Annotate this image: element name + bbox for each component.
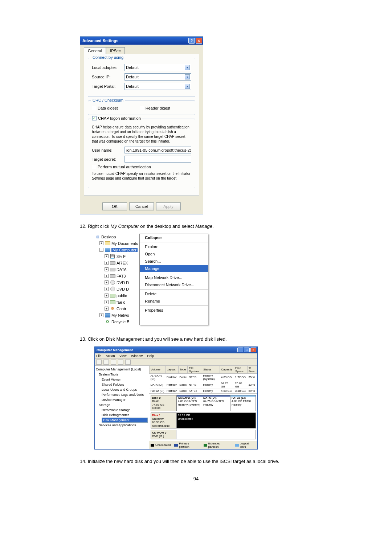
- expand-icon[interactable]: +: [105, 294, 109, 297]
- toolbar-button[interactable]: [96, 360, 102, 365]
- toolbar-button[interactable]: [103, 360, 109, 365]
- tree-node[interactable]: Event Viewer: [102, 377, 148, 382]
- col-volume[interactable]: Volume: [150, 366, 166, 373]
- col-status[interactable]: Status: [202, 366, 220, 373]
- tree-node[interactable]: Shared Folders: [102, 382, 148, 387]
- cdrom-row[interactable]: CD-ROM 0DVD (G:): [151, 430, 256, 439]
- menu-file[interactable]: File: [96, 354, 102, 358]
- expand-icon[interactable]: +: [99, 241, 103, 245]
- tree-node[interactable]: System Tools: [99, 372, 148, 377]
- tree-node[interactable]: Recycle B: [111, 320, 130, 324]
- network-places-icon: [105, 313, 110, 317]
- table-row[interactable]: AI7EXP2 (C:)PartitionBasicNTFSHealthy (S…: [150, 373, 257, 381]
- expand-icon[interactable]: +: [105, 267, 109, 271]
- minimize-icon[interactable]: _: [237, 348, 243, 352]
- expand-icon[interactable]: +: [105, 261, 109, 265]
- local-adapter-select[interactable]: Default ▾: [124, 64, 191, 71]
- tree-node[interactable]: AI7EX: [117, 261, 128, 265]
- target-portal-select[interactable]: Default ▾: [124, 83, 191, 90]
- tree-node[interactable]: Removable Storage: [102, 407, 148, 413]
- menu-item-collapse[interactable]: Collapse: [140, 234, 208, 241]
- header-digest-checkbox[interactable]: [140, 106, 144, 110]
- tree-node[interactable]: DATA: [117, 267, 127, 272]
- ok-button[interactable]: OK: [102, 202, 127, 210]
- toolbar-button[interactable]: [125, 360, 131, 365]
- tree-node-selected[interactable]: My Computer: [111, 248, 138, 252]
- chap-logon-checkbox[interactable]: ✓: [92, 116, 97, 120]
- menu-item-properties[interactable]: Properties: [140, 307, 208, 314]
- col-free[interactable]: Free Space: [234, 366, 248, 373]
- menu-item-manage[interactable]: Manage: [140, 265, 208, 272]
- menu-item-rename[interactable]: Rename: [140, 297, 208, 305]
- window-titlebar[interactable]: Computer Management _ □ ×: [95, 347, 257, 353]
- help-icon[interactable]: ?: [188, 38, 195, 44]
- tree-node[interactable]: Contr: [117, 307, 126, 311]
- apply-button[interactable]: Apply: [156, 202, 181, 210]
- expand-icon[interactable]: +: [105, 307, 109, 311]
- expand-icon[interactable]: +: [105, 287, 109, 291]
- mutual-auth-checkbox[interactable]: [92, 165, 96, 169]
- menu-action[interactable]: Action: [106, 354, 115, 358]
- expand-icon[interactable]: +: [105, 280, 109, 284]
- tree-node[interactable]: Device Manager: [102, 397, 148, 402]
- table-row[interactable]: DATA (D:)PartitionBasicNTFSHealthy64.75 …: [150, 381, 257, 389]
- dialog-titlebar[interactable]: Advanced Settings ? ×: [80, 37, 203, 45]
- toolbar-button[interactable]: [118, 360, 123, 365]
- cancel-button[interactable]: Cancel: [129, 202, 154, 210]
- menu-item-map-drive[interactable]: Map Network Drive...: [140, 274, 208, 281]
- tree-node[interactable]: public: [117, 294, 127, 298]
- disk-1-row[interactable]: Disk 1Unknown69.99 GBNot Initialized 69.…: [151, 413, 256, 428]
- tree-node[interactable]: My Documents: [111, 241, 138, 246]
- tree-node[interactable]: Storage: [99, 402, 148, 407]
- expand-icon[interactable]: +: [105, 300, 109, 304]
- tree-node[interactable]: Disk Defragmenter: [102, 413, 148, 418]
- col-layout[interactable]: Layout: [166, 366, 178, 373]
- tree-node[interactable]: Desktop: [101, 235, 116, 239]
- tree-node[interactable]: Performance Logs and Alerts: [102, 392, 148, 397]
- menu-item-delete[interactable]: Delete: [140, 290, 208, 297]
- partition-unallocated[interactable]: 69.99 GBUnallocated: [176, 413, 256, 428]
- col-type[interactable]: Type: [178, 366, 188, 373]
- tree-node[interactable]: fae o: [117, 300, 125, 304]
- tree-node[interactable]: Local Users and Groups: [102, 387, 148, 392]
- close-icon[interactable]: ×: [250, 348, 256, 352]
- col-capacity[interactable]: Capacity: [220, 366, 234, 373]
- tree-node[interactable]: DVD D: [117, 280, 129, 285]
- tree-node[interactable]: 3½ F: [117, 254, 126, 259]
- menu-item-open[interactable]: Open: [140, 250, 208, 258]
- source-ip-select[interactable]: Default ▾: [124, 73, 191, 81]
- tree-node[interactable]: Services and Applications: [99, 423, 148, 428]
- tree-node[interactable]: My Netwo: [111, 313, 129, 317]
- tree-node-disk-management[interactable]: Disk Management: [102, 418, 148, 423]
- menu-help[interactable]: Help: [147, 354, 154, 358]
- target-secret-input[interactable]: [124, 156, 191, 163]
- menubar[interactable]: File Action View Window Help: [95, 353, 257, 359]
- col-pct[interactable]: % Free: [247, 366, 257, 373]
- tree-node[interactable]: DVD D: [117, 287, 129, 291]
- disk-0-row[interactable]: Disk 0Basic74.53 GBOnline AI7EXP2 (C:)4.…: [151, 395, 256, 411]
- tree-node[interactable]: FAT3: [117, 274, 126, 278]
- maximize-icon[interactable]: □: [244, 348, 250, 352]
- tab-ipsec[interactable]: IPSec: [106, 47, 124, 54]
- expand-icon[interactable]: +: [105, 254, 109, 258]
- drive-icon: [110, 268, 115, 271]
- col-fs[interactable]: File System: [188, 366, 202, 373]
- partition-d[interactable]: DATA (D:)64.75 GB NTFSHealthy: [202, 395, 230, 411]
- partition-e[interactable]: FAT32 (E:)4.89 GB FAT32Healthy: [230, 395, 256, 411]
- toolbar-button[interactable]: [111, 360, 116, 365]
- menu-item-search[interactable]: Search...: [140, 258, 208, 265]
- collapse-icon[interactable]: −: [99, 248, 103, 252]
- menu-view[interactable]: View: [119, 354, 126, 358]
- partition-c[interactable]: AI7EXP2 (C:)4.89 GB NTFSHealthy (System): [176, 395, 202, 411]
- data-digest-checkbox[interactable]: [92, 106, 96, 110]
- expand-icon[interactable]: +: [99, 313, 103, 317]
- table-row[interactable]: FAT32 (E:)PartitionBasicFAT32Healthy4.88…: [150, 389, 257, 393]
- close-icon[interactable]: ×: [196, 38, 202, 44]
- tab-general[interactable]: General: [84, 47, 106, 54]
- expand-icon[interactable]: +: [105, 274, 109, 278]
- menu-window[interactable]: Window: [131, 354, 143, 358]
- menu-item-explore[interactable]: Explore: [140, 243, 208, 250]
- user-name-input[interactable]: iqn.1991-05.com.microsoft:thecus-2c1fb4b…: [124, 147, 191, 153]
- menu-item-disconnect-drive[interactable]: Disconnect Network Drive...: [140, 281, 208, 288]
- tree-root[interactable]: Computer Management (Local): [96, 367, 148, 372]
